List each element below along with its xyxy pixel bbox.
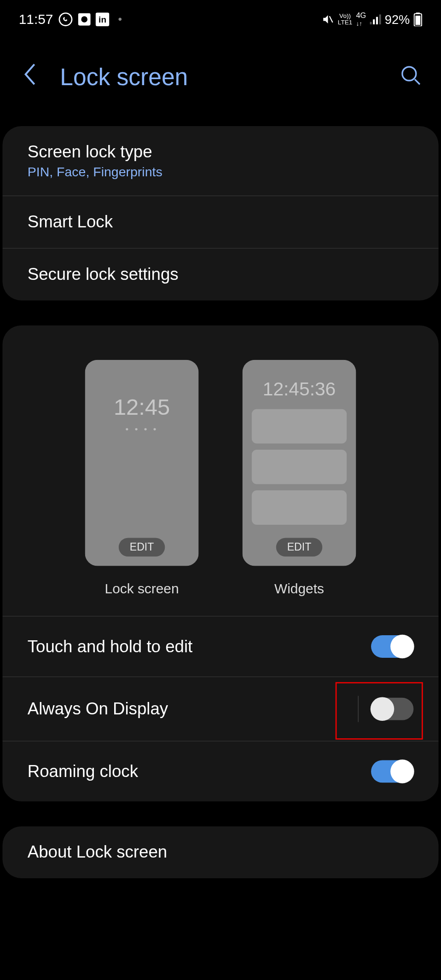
preview-row: 12:45 • • • • EDIT Lock screen 12:45:36 … — [2, 325, 438, 616]
battery-pct: 92% — [385, 12, 410, 26]
whatsapp-icon — [58, 12, 73, 27]
svg-rect-9 — [379, 14, 381, 24]
preview-widget-item — [252, 490, 347, 525]
preview-widgets-stack — [252, 409, 347, 525]
touch-hold-toggle[interactable] — [371, 635, 413, 658]
linkedin-icon: in — [96, 12, 110, 26]
svg-point-0 — [59, 13, 72, 25]
status-time: 11:57 — [19, 11, 53, 27]
touch-hold-title: Touch and hold to edit — [28, 637, 193, 656]
status-right: Vo))LTE1 4G↓↑ 92% — [322, 12, 423, 27]
aod-row[interactable]: Always On Display — [2, 677, 438, 741]
svg-line-14 — [415, 79, 420, 84]
svg-text:in: in — [99, 15, 106, 24]
edit-badge-2[interactable]: EDIT — [276, 538, 322, 557]
svg-point-13 — [402, 67, 416, 81]
screen-lock-type-row[interactable]: Screen lock type PIN, Face, Fingerprints — [2, 126, 438, 196]
back-button[interactable] — [19, 59, 41, 95]
edit-badge-1[interactable]: EDIT — [118, 538, 165, 557]
screen-lock-type-subtitle: PIN, Face, Fingerprints — [28, 164, 414, 180]
status-left: 11:57 in • — [19, 11, 122, 27]
about-title: About Lock screen — [28, 843, 414, 862]
smart-lock-title: Smart Lock — [28, 212, 414, 232]
roaming-clock-toggle[interactable] — [371, 760, 413, 783]
preview-clock-2: 12:45:36 — [263, 378, 336, 400]
widgets-preview-col: 12:45:36 EDIT Widgets — [243, 360, 356, 597]
lockscreen-preview[interactable]: 12:45 • • • • EDIT — [85, 360, 199, 566]
touch-hold-row[interactable]: Touch and hold to edit — [2, 616, 438, 677]
network-gen: 4G↓↑ — [356, 12, 366, 27]
secure-lock-row[interactable]: Secure lock settings — [2, 249, 438, 301]
svg-rect-7 — [373, 19, 375, 24]
lockscreen-preview-label: Lock screen — [105, 581, 179, 597]
preview-clock-1: 12:45 — [114, 394, 170, 420]
aod-title: Always On Display — [28, 699, 168, 719]
svg-line-5 — [330, 16, 333, 23]
svg-point-2 — [81, 16, 87, 23]
about-row[interactable]: About Lock screen — [2, 826, 438, 878]
aod-divider — [358, 696, 359, 722]
preview-dots: • • • • — [126, 424, 158, 434]
widgets-preview-label: Widgets — [274, 581, 324, 597]
aod-toggle[interactable] — [371, 698, 413, 720]
svg-rect-8 — [376, 17, 378, 24]
more-dot-icon: • — [118, 13, 122, 26]
card-appearance: 12:45 • • • • EDIT Lock screen 12:45:36 … — [2, 325, 438, 801]
svg-rect-6 — [370, 22, 371, 24]
battery-icon — [413, 12, 422, 26]
smart-lock-row[interactable]: Smart Lock — [2, 196, 438, 249]
status-bar: 11:57 in • Vo))LTE1 4G↓↑ — [0, 0, 441, 34]
secure-lock-title: Secure lock settings — [28, 265, 414, 284]
svg-rect-12 — [415, 16, 420, 25]
preview-widget-item — [252, 409, 347, 444]
widgets-preview[interactable]: 12:45:36 EDIT — [243, 360, 356, 566]
app-icon-1 — [78, 13, 91, 25]
page-title: Lock screen — [60, 64, 381, 90]
card-about: About Lock screen — [2, 826, 438, 878]
mute-icon — [322, 13, 334, 25]
search-button[interactable] — [400, 64, 422, 89]
screen-lock-type-title: Screen lock type — [28, 142, 414, 162]
roaming-clock-row[interactable]: Roaming clock — [2, 741, 438, 801]
preview-widget-item — [252, 450, 347, 484]
header: Lock screen — [0, 34, 441, 126]
lockscreen-preview-col: 12:45 • • • • EDIT Lock screen — [85, 360, 199, 597]
signal-icon — [370, 14, 381, 24]
volte-label: Vo))LTE1 — [338, 13, 352, 25]
card-security: Screen lock type PIN, Face, Fingerprints… — [2, 126, 438, 301]
roaming-clock-title: Roaming clock — [28, 762, 138, 781]
